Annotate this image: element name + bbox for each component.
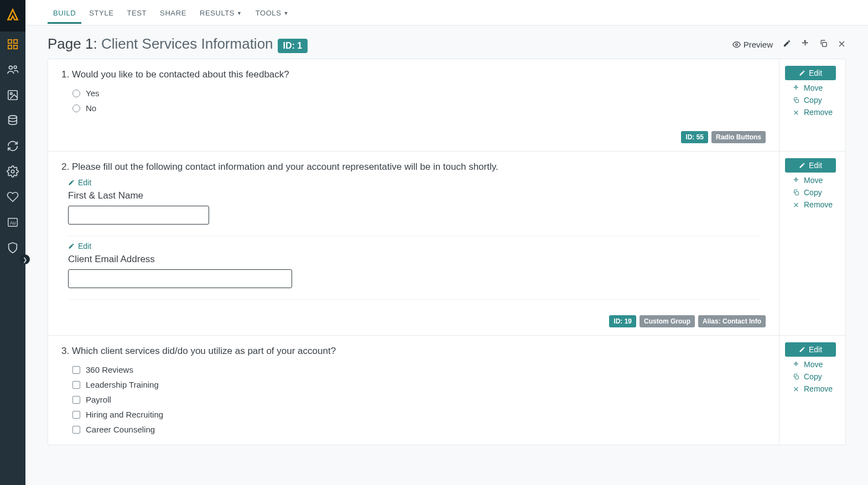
question-row: 3. Which client services did/do you util… xyxy=(48,336,845,445)
copy-page-button[interactable] xyxy=(819,39,828,49)
move-question-link[interactable]: Move xyxy=(785,176,823,185)
rail-collapse-toggle[interactable]: ❯ xyxy=(20,254,30,264)
option-label: Yes xyxy=(86,88,99,98)
grid-icon xyxy=(7,38,19,50)
pencil-icon xyxy=(799,70,805,76)
close-icon xyxy=(793,201,799,208)
rail-item-build[interactable] xyxy=(0,32,25,57)
close-icon xyxy=(793,109,799,116)
tab-test[interactable]: TEST xyxy=(121,1,152,24)
rail-item-media[interactable] xyxy=(0,82,25,108)
rail-item-responses[interactable] xyxy=(0,57,25,82)
page-title: Page 1: Client Services Information xyxy=(48,35,273,53)
radio-option[interactable]: No xyxy=(61,101,766,116)
refresh-icon xyxy=(7,140,19,152)
page-header: Page 1: Client Services Information ID: … xyxy=(48,35,846,53)
checkbox-icon xyxy=(72,396,80,404)
copy-question-link[interactable]: Copy xyxy=(785,372,822,381)
name-input[interactable] xyxy=(68,206,209,225)
checkbox-option[interactable]: Payroll xyxy=(61,392,766,407)
option-label: No xyxy=(86,103,96,113)
question-text: 2. Please fill out the following contact… xyxy=(61,161,766,173)
pencil-icon xyxy=(799,162,805,169)
checkbox-option[interactable]: 360 Reviews xyxy=(61,362,766,377)
question-row: 1. Would you like to be contacted about … xyxy=(48,59,845,152)
database-icon xyxy=(7,114,19,127)
checkbox-icon xyxy=(72,426,80,434)
edit-question-button[interactable]: Edit xyxy=(785,158,836,173)
image-icon xyxy=(7,89,19,101)
main-area: BUILD STYLE TEST SHARE RESULTS▼ TOOLS▼ P… xyxy=(25,0,868,485)
remove-question-link[interactable]: Remove xyxy=(785,384,833,393)
rail-item-settings[interactable] xyxy=(0,159,25,184)
tab-results[interactable]: RESULTS▼ xyxy=(194,1,248,24)
tab-label: TEST xyxy=(127,9,147,17)
tab-label: TOOLS xyxy=(256,9,282,17)
svg-rect-15 xyxy=(796,192,799,195)
caret-down-icon: ▼ xyxy=(283,11,289,16)
preview-button[interactable]: Preview xyxy=(732,40,773,49)
subfield-edit-link[interactable]: Edit xyxy=(61,178,766,187)
question-type-chip: Custom Group xyxy=(640,315,695,327)
option-label: Payroll xyxy=(86,395,111,404)
move-question-link[interactable]: Move xyxy=(785,360,823,369)
option-label: Career Counseling xyxy=(86,425,155,434)
question-text: 3. Which client services did/do you util… xyxy=(61,346,766,357)
content-scroll[interactable]: Page 1: Client Services Information ID: … xyxy=(25,25,868,485)
rename-page-button[interactable] xyxy=(783,39,791,49)
edit-label: Edit xyxy=(809,69,822,77)
caret-down-icon: ▼ xyxy=(237,11,242,16)
email-input[interactable] xyxy=(68,269,292,288)
question-side-actions: Edit Move Copy Remove xyxy=(779,152,845,335)
chevron-right-icon: ❯ xyxy=(23,257,27,263)
eye-icon xyxy=(732,40,741,49)
copy-question-link[interactable]: Copy xyxy=(785,96,822,105)
pencil-icon xyxy=(799,346,805,353)
copy-question-link[interactable]: Copy xyxy=(785,188,822,197)
checkbox-option[interactable]: Hiring and Recruiting xyxy=(61,407,766,422)
logo[interactable] xyxy=(0,0,25,32)
field-label: Client Email Address xyxy=(68,254,766,265)
questions-card: 1. Would you like to be contacted about … xyxy=(48,59,846,445)
svg-text:Au: Au xyxy=(10,221,16,226)
svg-point-12 xyxy=(735,43,737,45)
checkbox-option[interactable]: Career Counseling xyxy=(61,422,766,437)
remove-question-link[interactable]: Remove xyxy=(785,108,833,117)
question-type-chip: Radio Buttons xyxy=(711,131,766,143)
rail-item-sync[interactable] xyxy=(0,133,25,159)
move-question-link[interactable]: Move xyxy=(785,84,823,92)
delete-page-button[interactable] xyxy=(838,39,846,49)
field-label: First & Last Name xyxy=(68,190,766,201)
rail-item-favorites[interactable] xyxy=(0,184,25,210)
svg-rect-3 xyxy=(14,45,17,49)
radio-option[interactable]: Yes xyxy=(61,86,766,101)
edit-question-button[interactable]: Edit xyxy=(785,66,836,80)
tab-label: BUILD xyxy=(53,9,76,17)
tab-label: STYLE xyxy=(89,9,113,17)
tab-tools[interactable]: TOOLS▼ xyxy=(250,1,294,24)
checkbox-option[interactable]: Leadership Training xyxy=(61,377,766,392)
question-id-chip: ID: 55 xyxy=(681,131,708,143)
remove-question-link[interactable]: Remove xyxy=(785,200,833,209)
question-side-actions: Edit Move Copy Remove xyxy=(779,336,845,445)
move-page-button[interactable] xyxy=(801,39,809,49)
move-icon xyxy=(801,39,809,48)
top-tabs: BUILD STYLE TEST SHARE RESULTS▼ TOOLS▼ xyxy=(25,0,868,25)
pencil-icon xyxy=(68,179,75,186)
svg-rect-16 xyxy=(796,376,799,379)
checkbox-icon xyxy=(72,366,80,374)
tab-build[interactable]: BUILD xyxy=(48,1,81,24)
edit-question-button[interactable]: Edit xyxy=(785,342,836,357)
rail-item-data[interactable] xyxy=(0,108,25,133)
question-text: 1. Would you like to be contacted about … xyxy=(61,69,766,80)
tab-style[interactable]: STYLE xyxy=(84,1,119,24)
people-icon xyxy=(7,64,19,76)
svg-rect-13 xyxy=(823,43,827,47)
radio-icon xyxy=(72,90,80,97)
close-icon xyxy=(793,385,799,392)
preview-label: Preview xyxy=(744,40,773,49)
subfield-edit-link[interactable]: Edit xyxy=(61,242,766,251)
tab-share[interactable]: SHARE xyxy=(154,1,192,24)
option-label: Leadership Training xyxy=(86,380,159,389)
rail-item-accessibility[interactable]: Au xyxy=(0,210,25,235)
